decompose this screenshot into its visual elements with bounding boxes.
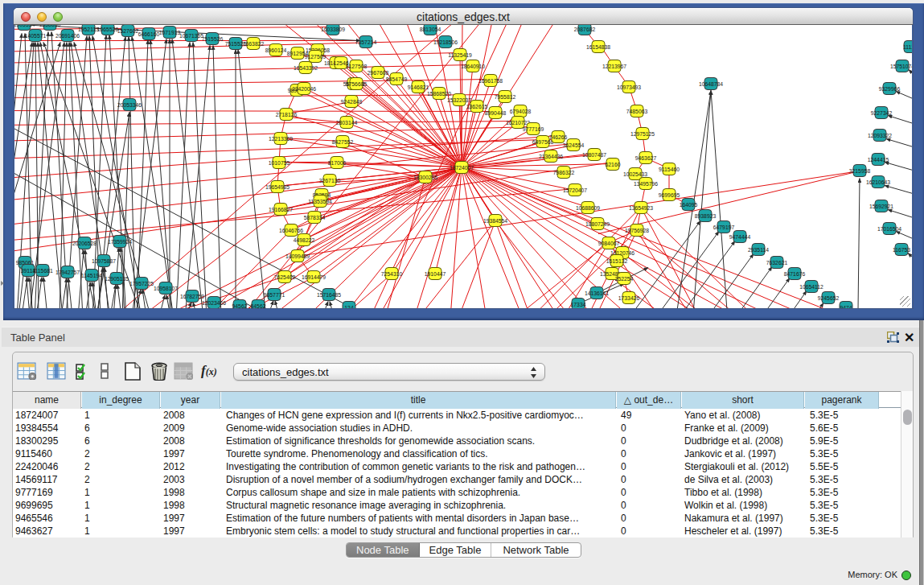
svg-text:14099489: 14099489 bbox=[285, 253, 310, 259]
svg-text:7632621: 7632621 bbox=[766, 260, 788, 266]
svg-text:16914479: 16914479 bbox=[302, 274, 326, 280]
svg-text:18300295: 18300295 bbox=[413, 175, 437, 180]
svg-text:746266: 746266 bbox=[549, 134, 568, 140]
svg-text:9329966: 9329966 bbox=[879, 86, 901, 92]
svg-text:16543392: 16543392 bbox=[294, 65, 318, 71]
svg-text:7485063: 7485063 bbox=[626, 109, 648, 114]
svg-text:9146821: 9146821 bbox=[408, 84, 429, 90]
svg-text:13495796: 13495796 bbox=[634, 181, 658, 187]
svg-text:11125: 11125 bbox=[903, 44, 912, 50]
svg-text:10025433: 10025433 bbox=[623, 171, 647, 177]
svg-text:11353594: 11353594 bbox=[308, 199, 332, 204]
svg-text:19756928: 19756928 bbox=[625, 228, 649, 233]
svg-text:9657771: 9657771 bbox=[264, 292, 285, 298]
svg-text:18807249: 18807249 bbox=[585, 221, 610, 227]
svg-text:10958107: 10958107 bbox=[154, 286, 178, 291]
svg-text:23420046: 23420046 bbox=[292, 86, 316, 92]
svg-text:2087682: 2087682 bbox=[574, 27, 596, 32]
svg-text:8813054: 8813054 bbox=[420, 27, 441, 32]
svg-text:19166827: 19166827 bbox=[269, 207, 293, 212]
svg-text:1115681: 1115681 bbox=[32, 268, 53, 274]
svg-text:9474444: 9474444 bbox=[729, 234, 751, 240]
svg-text:13654923: 13654923 bbox=[629, 205, 653, 211]
svg-text:94562: 94562 bbox=[232, 303, 248, 309]
svg-text:10654112: 10654112 bbox=[799, 284, 823, 290]
svg-text:1145194: 1145194 bbox=[81, 273, 102, 278]
svg-text:1733426: 1733426 bbox=[618, 295, 640, 301]
svg-text:16154838: 16154838 bbox=[586, 44, 610, 50]
svg-text:17942757: 17942757 bbox=[55, 270, 80, 275]
svg-text:252254: 252254 bbox=[615, 276, 634, 282]
svg-text:5756685: 5756685 bbox=[346, 81, 368, 87]
svg-text:3624554: 3624554 bbox=[563, 142, 585, 148]
svg-text:9699695: 9699695 bbox=[659, 192, 680, 198]
svg-text:17334: 17334 bbox=[571, 302, 586, 307]
svg-text:8454749: 8454749 bbox=[386, 76, 408, 82]
svg-text:6794028: 6794028 bbox=[510, 109, 532, 114]
svg-text:15716485: 15716485 bbox=[317, 292, 341, 298]
svg-text:11325419: 11325419 bbox=[448, 52, 472, 58]
svg-text:3215958: 3215958 bbox=[849, 168, 871, 174]
svg-text:19654985: 19654985 bbox=[265, 184, 290, 190]
svg-text:1615132: 1615132 bbox=[606, 258, 628, 264]
svg-text:1362615: 1362615 bbox=[466, 104, 488, 109]
svg-text:15751074: 15751074 bbox=[890, 64, 912, 69]
svg-text:9463627: 9463627 bbox=[635, 155, 657, 161]
svg-text:16961758: 16961758 bbox=[478, 78, 503, 84]
svg-text:7663822: 7663822 bbox=[243, 41, 265, 47]
svg-text:9777169: 9777169 bbox=[523, 126, 544, 132]
svg-text:1358858: 1358858 bbox=[39, 25, 61, 27]
svg-text:18724007: 18724007 bbox=[450, 165, 474, 171]
svg-text:17016504: 17016504 bbox=[877, 226, 901, 232]
svg-text:16210643: 16210643 bbox=[866, 179, 890, 185]
svg-text:10807487: 10807487 bbox=[582, 152, 606, 158]
svg-text:20053346: 20053346 bbox=[117, 102, 142, 108]
svg-text:8938923: 8938923 bbox=[695, 213, 717, 219]
svg-text:17957225: 17957225 bbox=[129, 281, 154, 286]
svg-text:16046766: 16046766 bbox=[279, 228, 303, 233]
svg-text:16033809: 16033809 bbox=[321, 27, 345, 32]
svg-text:1527602: 1527602 bbox=[117, 28, 139, 34]
svg-text:20691406: 20691406 bbox=[55, 33, 80, 39]
svg-text:1244415: 1244415 bbox=[868, 157, 889, 163]
svg-text:8471676: 8471676 bbox=[784, 271, 806, 277]
svg-text:10975887: 10975887 bbox=[92, 258, 116, 264]
svg-text:19218506: 19218506 bbox=[433, 39, 458, 45]
svg-text:62160: 62160 bbox=[606, 162, 621, 167]
svg-text:10973493: 10973493 bbox=[617, 84, 641, 90]
svg-text:116753: 116753 bbox=[893, 247, 910, 253]
svg-text:4498222: 4498222 bbox=[294, 237, 315, 243]
svg-text:164095: 164095 bbox=[680, 202, 698, 208]
svg-text:84562: 84562 bbox=[251, 303, 266, 309]
svg-text:16210722: 16210722 bbox=[506, 120, 530, 126]
svg-text:8427552: 8427552 bbox=[332, 139, 354, 145]
svg-text:9127508: 9127508 bbox=[346, 64, 368, 69]
svg-text:7515526: 7515526 bbox=[202, 36, 224, 42]
svg-text:21364436: 21364436 bbox=[539, 154, 563, 159]
svg-text:12023466: 12023466 bbox=[202, 300, 226, 306]
svg-text:9127509: 9127509 bbox=[305, 54, 326, 60]
svg-text:15868520: 15868520 bbox=[427, 91, 451, 97]
svg-text:7254310: 7254310 bbox=[381, 271, 403, 277]
svg-text:8960124: 8960124 bbox=[265, 47, 287, 53]
svg-text:16782759: 16782759 bbox=[180, 294, 204, 299]
svg-text:9227342: 9227342 bbox=[871, 110, 893, 116]
svg-text:7955812: 7955812 bbox=[495, 94, 516, 100]
svg-text:9474: 9474 bbox=[840, 305, 852, 309]
svg-text:2935114: 2935114 bbox=[748, 247, 769, 253]
svg-text:1910447: 1910447 bbox=[425, 271, 446, 277]
svg-text:8990448: 8990448 bbox=[485, 110, 507, 116]
svg-text:7986322: 7986322 bbox=[553, 170, 575, 175]
svg-text:2803144: 2803144 bbox=[336, 120, 358, 126]
svg-text:12905135: 12905135 bbox=[105, 276, 129, 282]
svg-text:12213369: 12213369 bbox=[269, 136, 293, 142]
svg-text:12975125: 12975125 bbox=[630, 131, 655, 137]
svg-text:5878334: 5878334 bbox=[304, 215, 326, 220]
svg-text:1405571: 1405571 bbox=[25, 33, 47, 39]
svg-text:12093322: 12093322 bbox=[868, 133, 892, 138]
svg-text:12213967: 12213967 bbox=[602, 64, 626, 69]
svg-text:817006: 817006 bbox=[328, 160, 347, 166]
svg-text:1071913: 1071913 bbox=[159, 30, 181, 35]
svg-text:9245652: 9245652 bbox=[818, 295, 840, 301]
svg-text:9084067: 9084067 bbox=[598, 241, 620, 246]
